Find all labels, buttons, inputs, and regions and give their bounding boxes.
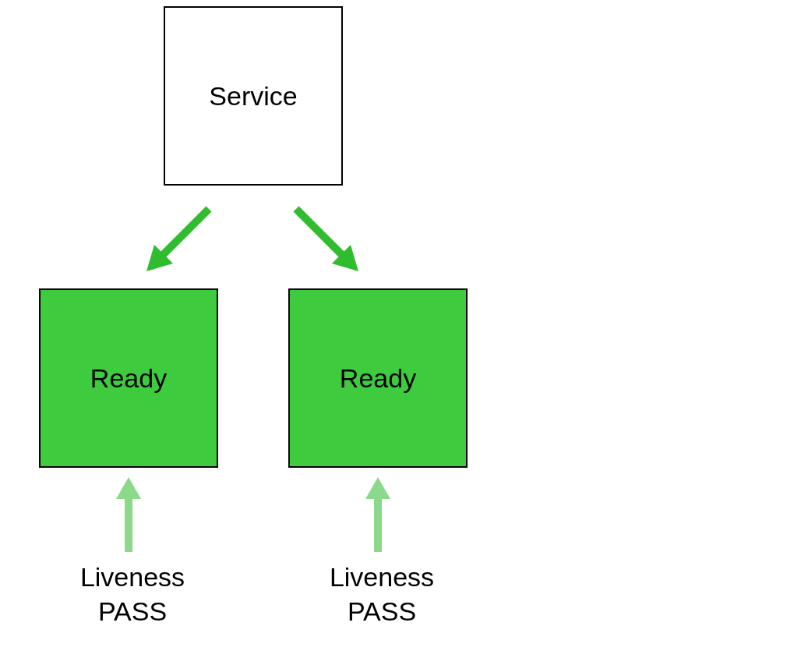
arrow-liveness-to-pod-1 <box>105 474 152 552</box>
pod-state-label-2: Ready <box>340 363 416 394</box>
pod-box-2: Ready <box>288 288 468 468</box>
arrow-liveness-to-pod-2 <box>355 474 401 552</box>
pod-box-1: Ready <box>39 288 218 468</box>
arrow-service-to-pod-1 <box>131 193 224 287</box>
svg-marker-5 <box>116 477 141 499</box>
service-label: Service <box>209 81 297 111</box>
service-box: Service <box>164 6 343 186</box>
svg-line-2 <box>296 209 344 257</box>
svg-line-0 <box>161 209 209 257</box>
svg-marker-7 <box>365 477 390 499</box>
arrow-service-to-pod-2 <box>281 193 374 287</box>
pod-state-label-1: Ready <box>90 363 167 394</box>
liveness-line1-1: Liveness <box>80 562 185 592</box>
liveness-line1-2: Liveness <box>330 562 434 592</box>
liveness-label-2: Liveness PASS <box>319 560 444 628</box>
liveness-line2-1: PASS <box>98 596 167 626</box>
liveness-label-1: Liveness PASS <box>70 560 195 628</box>
liveness-line2-2: PASS <box>348 596 416 626</box>
